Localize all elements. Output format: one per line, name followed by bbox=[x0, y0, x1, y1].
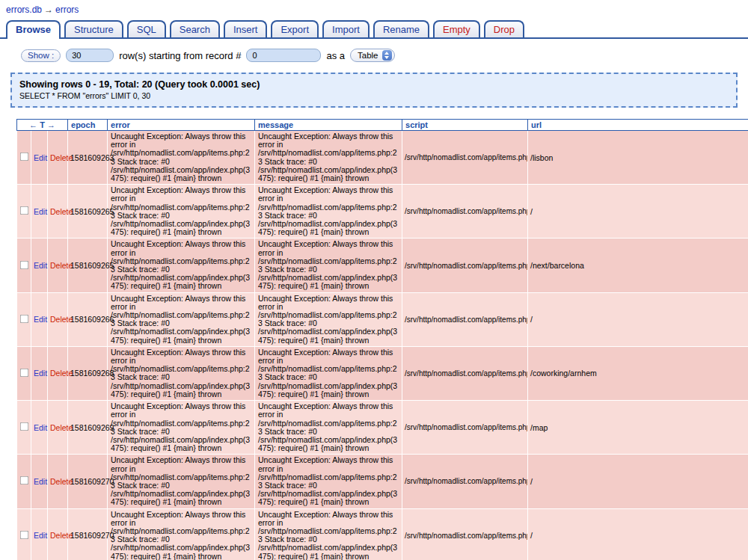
row-checkbox[interactable] bbox=[20, 422, 29, 431]
edit-link[interactable]: Edit bbox=[34, 207, 47, 216]
message-cell: Uncaught Exception: Always throw this er… bbox=[255, 455, 402, 508]
delete-cell: Delete bbox=[48, 401, 68, 455]
edit-link[interactable]: Edit bbox=[34, 369, 47, 378]
table-row: EditDelete1581609268Uncaught Exception: … bbox=[17, 346, 748, 400]
edit-cell: Edit bbox=[31, 239, 48, 292]
row-checkbox-cell bbox=[17, 292, 31, 346]
row-checkbox[interactable] bbox=[20, 314, 29, 323]
message-cell: Uncaught Exception: Always throw this er… bbox=[255, 508, 402, 560]
delete-cell: Delete bbox=[48, 346, 68, 400]
row-checkbox-cell bbox=[17, 455, 31, 508]
row-checkbox[interactable] bbox=[20, 260, 29, 269]
edit-cell: Edit bbox=[31, 401, 48, 455]
rows-text-label: row(s) starting from record # bbox=[119, 50, 241, 61]
edit-cell: Edit bbox=[31, 508, 48, 560]
url-cell: / bbox=[528, 455, 748, 508]
delete-cell: Delete bbox=[48, 185, 68, 239]
table-row: EditDelete1581609270Uncaught Exception: … bbox=[17, 508, 748, 560]
epoch-cell: 1581609266 bbox=[68, 292, 108, 346]
url-cell: /map bbox=[528, 401, 748, 455]
breadcrumb: errors.db→errors bbox=[0, 0, 748, 19]
edit-cell: Edit bbox=[31, 455, 48, 508]
tab-sql[interactable]: SQL bbox=[127, 20, 166, 37]
tab-empty[interactable]: Empty bbox=[433, 20, 480, 37]
column-header-transpose[interactable]: ← T → bbox=[17, 120, 68, 131]
tab-search[interactable]: Search bbox=[170, 20, 220, 37]
delete-link[interactable]: Delete bbox=[50, 369, 73, 378]
epoch-cell: 1581609263 bbox=[68, 131, 108, 185]
breadcrumb-table-link[interactable]: errors bbox=[55, 4, 79, 15]
column-header-script[interactable]: script bbox=[402, 120, 528, 131]
select-arrows-icon bbox=[382, 50, 392, 61]
query-summary: Showing rows 0 - 19, Total: 20 (Query to… bbox=[19, 79, 729, 90]
view-select-value: Table bbox=[358, 51, 378, 60]
error-cell: Uncaught Exception: Always throw this er… bbox=[108, 401, 255, 455]
error-cell: Uncaught Exception: Always throw this er… bbox=[108, 292, 255, 346]
tab-rename[interactable]: Rename bbox=[373, 20, 429, 37]
row-checkbox[interactable] bbox=[20, 369, 29, 378]
row-checkbox[interactable] bbox=[20, 476, 29, 485]
edit-cell: Edit bbox=[31, 346, 48, 400]
table-row: EditDelete1581609265Uncaught Exception: … bbox=[17, 185, 748, 239]
delete-link[interactable]: Delete bbox=[50, 477, 73, 486]
tab-structure[interactable]: Structure bbox=[64, 20, 123, 37]
query-sql: SELECT * FROM "errors" LIMIT 0, 30 bbox=[19, 91, 729, 100]
script-cell: /srv/http/nomadlist.com/app/items.php bbox=[402, 346, 528, 400]
delete-link[interactable]: Delete bbox=[50, 153, 73, 162]
edit-link[interactable]: Edit bbox=[34, 477, 47, 486]
row-checkbox-cell bbox=[17, 508, 31, 560]
view-select[interactable]: Table bbox=[350, 49, 395, 62]
query-info-box: Showing rows 0 - 19, Total: 20 (Query to… bbox=[10, 73, 738, 108]
edit-link[interactable]: Edit bbox=[34, 423, 47, 432]
table-header-row: ← T →epocherrormessagescripturl bbox=[17, 120, 748, 131]
column-header-message[interactable]: message bbox=[255, 120, 402, 131]
url-cell: / bbox=[528, 185, 748, 239]
column-header-epoch[interactable]: epoch bbox=[68, 120, 108, 131]
row-checkbox-cell bbox=[17, 401, 31, 455]
tab-export[interactable]: Export bbox=[271, 20, 319, 37]
row-checkbox[interactable] bbox=[20, 206, 29, 215]
row-checkbox[interactable] bbox=[20, 530, 29, 539]
script-cell: /srv/http/nomadlist.com/app/items.php bbox=[402, 131, 528, 185]
edit-link[interactable]: Edit bbox=[34, 315, 47, 324]
column-header-error[interactable]: error bbox=[108, 120, 255, 131]
url-cell: /lisbon bbox=[528, 131, 748, 185]
as-a-label: as a bbox=[326, 50, 345, 61]
error-cell: Uncaught Exception: Always throw this er… bbox=[108, 131, 255, 185]
message-cell: Uncaught Exception: Always throw this er… bbox=[255, 346, 402, 400]
rows-count-input[interactable] bbox=[66, 49, 114, 62]
edit-cell: Edit bbox=[31, 185, 48, 239]
delete-link[interactable]: Delete bbox=[50, 261, 73, 270]
delete-link[interactable]: Delete bbox=[50, 531, 73, 540]
breadcrumb-arrow: → bbox=[44, 4, 53, 15]
script-cell: /srv/http/nomadlist.com/app/items.php bbox=[402, 455, 528, 508]
breadcrumb-db-link[interactable]: errors.db bbox=[6, 4, 42, 15]
tab-import[interactable]: Import bbox=[322, 20, 370, 37]
table-row: EditDelete1581609270Uncaught Exception: … bbox=[17, 455, 748, 508]
tab-drop[interactable]: Drop bbox=[484, 20, 524, 37]
edit-link[interactable]: Edit bbox=[34, 531, 47, 540]
row-checkbox-cell bbox=[17, 131, 31, 185]
edit-link[interactable]: Edit bbox=[34, 261, 47, 270]
table-row: EditDelete1581609265Uncaught Exception: … bbox=[17, 239, 748, 292]
edit-link[interactable]: Edit bbox=[34, 153, 47, 162]
row-checkbox[interactable] bbox=[20, 153, 29, 161]
script-cell: /srv/http/nomadlist.com/app/items.php bbox=[402, 401, 528, 455]
tab-browse[interactable]: Browse bbox=[6, 20, 61, 39]
results-table: ← T →epocherrormessagescripturl EditDele… bbox=[16, 119, 748, 560]
delete-link[interactable]: Delete bbox=[50, 423, 73, 432]
error-cell: Uncaught Exception: Always throw this er… bbox=[108, 239, 255, 292]
delete-link[interactable]: Delete bbox=[50, 207, 73, 216]
show-button[interactable]: Show : bbox=[21, 49, 61, 62]
tab-insert[interactable]: Insert bbox=[224, 20, 268, 37]
message-cell: Uncaught Exception: Always throw this er… bbox=[255, 239, 402, 292]
column-header-url[interactable]: url bbox=[528, 120, 748, 131]
delete-link[interactable]: Delete bbox=[50, 315, 73, 324]
start-record-input[interactable] bbox=[246, 49, 321, 62]
error-cell: Uncaught Exception: Always throw this er… bbox=[108, 185, 255, 239]
row-checkbox-cell bbox=[17, 346, 31, 400]
delete-cell: Delete bbox=[48, 292, 68, 346]
epoch-cell: 1581609265 bbox=[68, 239, 108, 292]
epoch-cell: 1581609265 bbox=[68, 185, 108, 239]
url-cell: /coworking/arnhem bbox=[528, 346, 748, 400]
